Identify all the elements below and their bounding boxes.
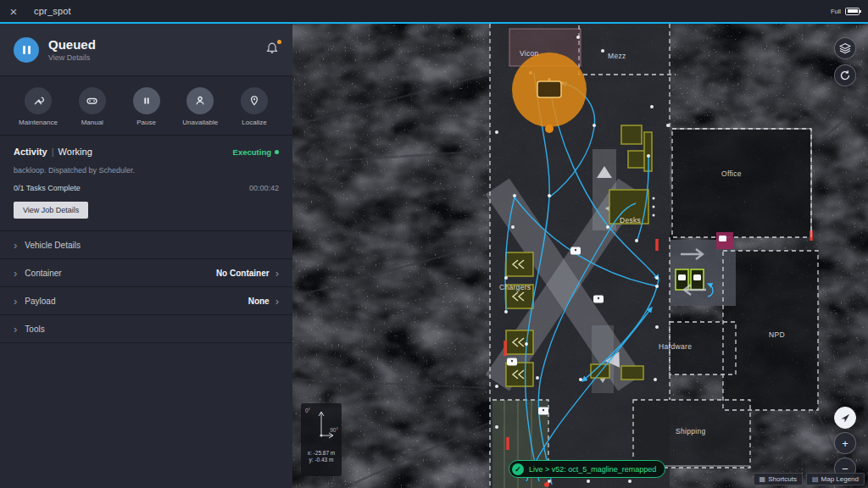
map-layers-button[interactable] xyxy=(834,37,856,59)
shortcuts-button[interactable]: ▦ Shortcuts xyxy=(754,473,803,485)
live-map-version: Live > v52: oct_5_magline_remapped xyxy=(529,465,656,474)
chevron-right-icon: › xyxy=(14,240,17,251)
view-job-details-button[interactable]: View Job Details xyxy=(14,202,88,219)
chevron-right-icon: › xyxy=(275,296,279,307)
navigation-arrow-icon xyxy=(840,413,851,424)
section-label: Payload xyxy=(25,297,55,306)
close-button[interactable]: × xyxy=(0,0,27,22)
map-footer-buttons: ▦ Shortcuts ▤ Map Legend xyxy=(754,473,865,485)
action-localize-button[interactable]: Localize xyxy=(228,87,281,126)
action-label: Maintenance xyxy=(19,119,58,126)
map-refresh-button[interactable] xyxy=(834,64,856,86)
app-window: × cpr_spot Full Queued View Details xyxy=(0,0,868,488)
robot-name-title: cpr_spot xyxy=(34,6,71,16)
warehouse-map-canvas[interactable] xyxy=(292,24,868,488)
compass-widget: 0° 90° x: -25.87 m y: -0.43 m xyxy=(301,403,342,476)
red-dot-mark xyxy=(544,482,549,487)
pause-state-button[interactable] xyxy=(14,37,39,63)
view-details-link[interactable]: View Details xyxy=(48,53,96,62)
wrench-icon xyxy=(32,95,44,107)
section-payload[interactable]: › Payload None › xyxy=(0,287,292,315)
gamepad-icon xyxy=(86,95,98,107)
zoom-in-button[interactable]: + xyxy=(834,432,856,454)
action-label: Manual xyxy=(81,119,103,126)
map-icon: ▤ xyxy=(812,475,819,483)
location-pin-icon xyxy=(248,95,260,107)
action-manual-button[interactable]: Manual xyxy=(66,87,119,126)
section-value: None xyxy=(248,297,270,306)
live-check-icon: ✓ xyxy=(512,463,524,475)
pause-icon xyxy=(141,95,153,107)
person-icon xyxy=(194,95,206,107)
execution-status-badge: Executing xyxy=(233,147,279,157)
accent-divider xyxy=(0,22,868,24)
robot-actions-row: Maintenance Manual Pause xyxy=(0,76,292,136)
shortcuts-label: Shortcuts xyxy=(768,475,797,483)
compass-0deg-label: 0° xyxy=(305,408,310,413)
elapsed-time: 00:00:42 xyxy=(249,184,279,192)
layers-icon xyxy=(839,42,851,54)
activity-title: Activity|Working xyxy=(14,147,92,157)
refresh-icon xyxy=(839,69,851,81)
legend-label: Map Legend xyxy=(821,475,859,483)
section-vehicle-details[interactable]: › Vehicle Details xyxy=(0,231,292,259)
battery-icon xyxy=(845,8,860,15)
plus-icon: + xyxy=(842,438,849,449)
section-label: Container xyxy=(25,269,61,278)
battery-label: Full xyxy=(831,8,841,15)
facility-map[interactable]: Vicon Mezz Office Desks Chargers Hardwar… xyxy=(292,24,868,488)
action-label: Localize xyxy=(242,119,266,126)
chevron-right-icon: › xyxy=(14,296,17,307)
action-pause-button[interactable]: Pause xyxy=(120,87,173,126)
recenter-button[interactable] xyxy=(834,407,856,429)
activity-description: backloop. Dispatched by Scheduler. xyxy=(14,166,279,175)
sidebar-header: Queued View Details xyxy=(0,24,292,76)
activity-panel: Activity|Working Executing backloop. Dis… xyxy=(0,136,292,231)
keyboard-icon: ▦ xyxy=(760,475,766,483)
status-dot xyxy=(275,150,279,154)
action-maintenance-button[interactable]: Maintenance xyxy=(12,87,64,126)
chevron-right-icon: › xyxy=(275,268,279,279)
robot-sidebar: Queued View Details Maintenance xyxy=(0,24,292,488)
compass-90deg-label: 90° xyxy=(330,427,338,433)
section-container[interactable]: › Container No Container › xyxy=(0,259,292,287)
close-icon: × xyxy=(10,4,18,19)
section-label: Tools xyxy=(25,324,44,334)
state-title: Queued xyxy=(48,37,96,52)
map-legend-button[interactable]: ▤ Map Legend xyxy=(806,473,865,485)
battery-status: Full xyxy=(831,8,868,15)
action-label: Unavailable xyxy=(182,119,218,126)
section-tools[interactable]: › Tools xyxy=(0,315,292,343)
action-label: Pause xyxy=(136,119,156,126)
action-unavailable-button[interactable]: Unavailable xyxy=(174,87,226,126)
section-value: No Container xyxy=(216,269,270,278)
top-bar: × cpr_spot Full xyxy=(0,0,868,22)
chevron-right-icon: › xyxy=(14,268,17,279)
coordinate-x: x: -25.87 m xyxy=(308,450,336,456)
notifications-button[interactable] xyxy=(265,42,279,58)
tasks-progress: 0/1 Tasks Complete xyxy=(14,184,81,192)
coordinate-y: y: -0.43 m xyxy=(309,457,334,463)
section-label: Vehicle Details xyxy=(25,241,81,250)
chevron-right-icon: › xyxy=(14,324,17,335)
live-map-badge[interactable]: ✓ Live > v52: oct_5_magline_remapped xyxy=(509,460,665,478)
notification-dot xyxy=(277,40,281,44)
